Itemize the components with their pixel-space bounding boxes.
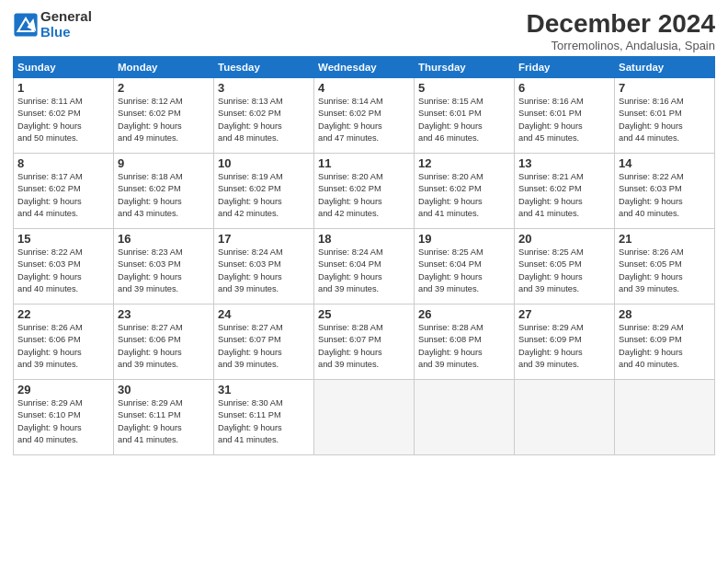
logo-text: General Blue [40, 9, 92, 40]
day-info: Sunrise: 8:18 AM Sunset: 6:02 PM Dayligh… [118, 171, 210, 221]
day-number: 16 [118, 232, 210, 246]
day-number: 20 [518, 232, 610, 246]
calendar-cell: 1Sunrise: 8:11 AM Sunset: 6:02 PM Daylig… [14, 78, 114, 154]
logo-icon [13, 12, 39, 38]
day-info: Sunrise: 8:20 AM Sunset: 6:02 PM Dayligh… [318, 171, 410, 221]
day-number: 12 [418, 156, 510, 170]
calendar-cell: 23Sunrise: 8:27 AM Sunset: 6:06 PM Dayli… [114, 304, 214, 380]
day-info: Sunrise: 8:22 AM Sunset: 6:03 PM Dayligh… [17, 247, 109, 296]
day-number: 18 [318, 232, 410, 246]
calendar-cell: 19Sunrise: 8:25 AM Sunset: 6:04 PM Dayli… [415, 229, 515, 304]
calendar-cell: 5Sunrise: 8:15 AM Sunset: 6:01 PM Daylig… [415, 78, 515, 154]
day-info: Sunrise: 8:28 AM Sunset: 6:08 PM Dayligh… [418, 322, 510, 372]
day-info: Sunrise: 8:27 AM Sunset: 6:07 PM Dayligh… [218, 322, 310, 372]
day-info: Sunrise: 8:14 AM Sunset: 6:02 PM Dayligh… [318, 96, 410, 145]
calendar-cell: 27Sunrise: 8:29 AM Sunset: 6:09 PM Dayli… [515, 304, 615, 380]
col-tuesday: Tuesday [214, 57, 314, 78]
day-info: Sunrise: 8:26 AM Sunset: 6:06 PM Dayligh… [17, 322, 109, 372]
day-number: 19 [418, 232, 510, 246]
col-saturday: Saturday [615, 57, 715, 78]
day-number: 28 [619, 307, 711, 321]
day-info: Sunrise: 8:17 AM Sunset: 6:02 PM Dayligh… [17, 171, 109, 221]
col-wednesday: Wednesday [314, 57, 415, 78]
col-friday: Friday [515, 57, 615, 78]
header: General Blue December 2024 Torremolinos,… [13, 9, 715, 52]
calendar-cell: 15Sunrise: 8:22 AM Sunset: 6:03 PM Dayli… [14, 229, 114, 304]
calendar-cell [314, 380, 415, 455]
day-number: 6 [518, 81, 610, 95]
day-number: 31 [218, 383, 310, 396]
day-number: 27 [518, 307, 610, 321]
calendar-cell: 13Sunrise: 8:21 AM Sunset: 6:02 PM Dayli… [515, 154, 615, 229]
main-container: General Blue December 2024 Torremolinos,… [0, 0, 728, 463]
calendar-week-row: 22Sunrise: 8:26 AM Sunset: 6:06 PM Dayli… [14, 304, 715, 380]
day-number: 23 [118, 307, 210, 321]
title-block: December 2024 Torremolinos, Andalusia, S… [527, 9, 715, 52]
day-number: 10 [218, 156, 310, 170]
day-number: 15 [17, 232, 109, 246]
day-number: 29 [17, 383, 109, 396]
day-info: Sunrise: 8:20 AM Sunset: 6:02 PM Dayligh… [418, 171, 510, 221]
day-info: Sunrise: 8:28 AM Sunset: 6:07 PM Dayligh… [318, 322, 410, 372]
calendar-cell: 3Sunrise: 8:13 AM Sunset: 6:02 PM Daylig… [214, 78, 314, 154]
day-info: Sunrise: 8:16 AM Sunset: 6:01 PM Dayligh… [518, 96, 610, 145]
calendar-cell: 7Sunrise: 8:16 AM Sunset: 6:01 PM Daylig… [615, 78, 715, 154]
location-subtitle: Torremolinos, Andalusia, Spain [527, 39, 715, 52]
calendar-cell [515, 380, 615, 455]
day-info: Sunrise: 8:24 AM Sunset: 6:04 PM Dayligh… [318, 247, 410, 296]
calendar-cell: 14Sunrise: 8:22 AM Sunset: 6:03 PM Dayli… [615, 154, 715, 229]
calendar-week-row: 1Sunrise: 8:11 AM Sunset: 6:02 PM Daylig… [14, 78, 715, 154]
day-number: 26 [418, 307, 510, 321]
calendar-cell: 9Sunrise: 8:18 AM Sunset: 6:02 PM Daylig… [114, 154, 214, 229]
day-number: 30 [118, 383, 210, 396]
day-number: 1 [17, 81, 109, 95]
day-number: 11 [318, 156, 410, 170]
day-number: 8 [17, 156, 109, 170]
calendar-cell: 22Sunrise: 8:26 AM Sunset: 6:06 PM Dayli… [14, 304, 114, 380]
calendar-cell: 20Sunrise: 8:25 AM Sunset: 6:05 PM Dayli… [515, 229, 615, 304]
calendar-cell: 31Sunrise: 8:30 AM Sunset: 6:11 PM Dayli… [214, 380, 314, 455]
day-info: Sunrise: 8:25 AM Sunset: 6:04 PM Dayligh… [418, 247, 510, 296]
calendar-cell: 4Sunrise: 8:14 AM Sunset: 6:02 PM Daylig… [314, 78, 415, 154]
day-info: Sunrise: 8:29 AM Sunset: 6:09 PM Dayligh… [619, 322, 711, 372]
calendar-cell: 11Sunrise: 8:20 AM Sunset: 6:02 PM Dayli… [314, 154, 415, 229]
calendar-cell [415, 380, 515, 455]
day-info: Sunrise: 8:16 AM Sunset: 6:01 PM Dayligh… [619, 96, 711, 145]
calendar-cell [615, 380, 715, 455]
calendar-cell: 6Sunrise: 8:16 AM Sunset: 6:01 PM Daylig… [515, 78, 615, 154]
day-info: Sunrise: 8:13 AM Sunset: 6:02 PM Dayligh… [218, 96, 310, 145]
day-number: 22 [17, 307, 109, 321]
day-number: 4 [318, 81, 410, 95]
calendar-week-row: 29Sunrise: 8:29 AM Sunset: 6:10 PM Dayli… [14, 380, 715, 455]
calendar-cell: 26Sunrise: 8:28 AM Sunset: 6:08 PM Dayli… [415, 304, 515, 380]
calendar-cell: 8Sunrise: 8:17 AM Sunset: 6:02 PM Daylig… [14, 154, 114, 229]
day-info: Sunrise: 8:11 AM Sunset: 6:02 PM Dayligh… [17, 96, 109, 145]
calendar-header-row: Sunday Monday Tuesday Wednesday Thursday… [14, 57, 715, 78]
day-info: Sunrise: 8:29 AM Sunset: 6:10 PM Dayligh… [17, 397, 109, 447]
day-info: Sunrise: 8:26 AM Sunset: 6:05 PM Dayligh… [619, 247, 711, 296]
calendar-cell: 21Sunrise: 8:26 AM Sunset: 6:05 PM Dayli… [615, 229, 715, 304]
day-number: 9 [118, 156, 210, 170]
day-info: Sunrise: 8:30 AM Sunset: 6:11 PM Dayligh… [218, 397, 310, 447]
day-number: 17 [218, 232, 310, 246]
day-info: Sunrise: 8:25 AM Sunset: 6:05 PM Dayligh… [518, 247, 610, 296]
day-number: 3 [218, 81, 310, 95]
day-info: Sunrise: 8:29 AM Sunset: 6:11 PM Dayligh… [118, 397, 210, 447]
day-number: 25 [318, 307, 410, 321]
day-number: 2 [118, 81, 210, 95]
day-info: Sunrise: 8:21 AM Sunset: 6:02 PM Dayligh… [518, 171, 610, 221]
col-thursday: Thursday [415, 57, 515, 78]
day-info: Sunrise: 8:19 AM Sunset: 6:02 PM Dayligh… [218, 171, 310, 221]
calendar-week-row: 15Sunrise: 8:22 AM Sunset: 6:03 PM Dayli… [14, 229, 715, 304]
calendar-table: Sunday Monday Tuesday Wednesday Thursday… [13, 56, 715, 455]
calendar-cell: 2Sunrise: 8:12 AM Sunset: 6:02 PM Daylig… [114, 78, 214, 154]
calendar-cell: 16Sunrise: 8:23 AM Sunset: 6:03 PM Dayli… [114, 229, 214, 304]
day-info: Sunrise: 8:29 AM Sunset: 6:09 PM Dayligh… [518, 322, 610, 372]
day-info: Sunrise: 8:12 AM Sunset: 6:02 PM Dayligh… [118, 96, 210, 145]
calendar-cell: 29Sunrise: 8:29 AM Sunset: 6:10 PM Dayli… [14, 380, 114, 455]
day-number: 13 [518, 156, 610, 170]
day-info: Sunrise: 8:23 AM Sunset: 6:03 PM Dayligh… [118, 247, 210, 296]
calendar-cell: 18Sunrise: 8:24 AM Sunset: 6:04 PM Dayli… [314, 229, 415, 304]
day-info: Sunrise: 8:15 AM Sunset: 6:01 PM Dayligh… [418, 96, 510, 145]
col-sunday: Sunday [14, 57, 114, 78]
